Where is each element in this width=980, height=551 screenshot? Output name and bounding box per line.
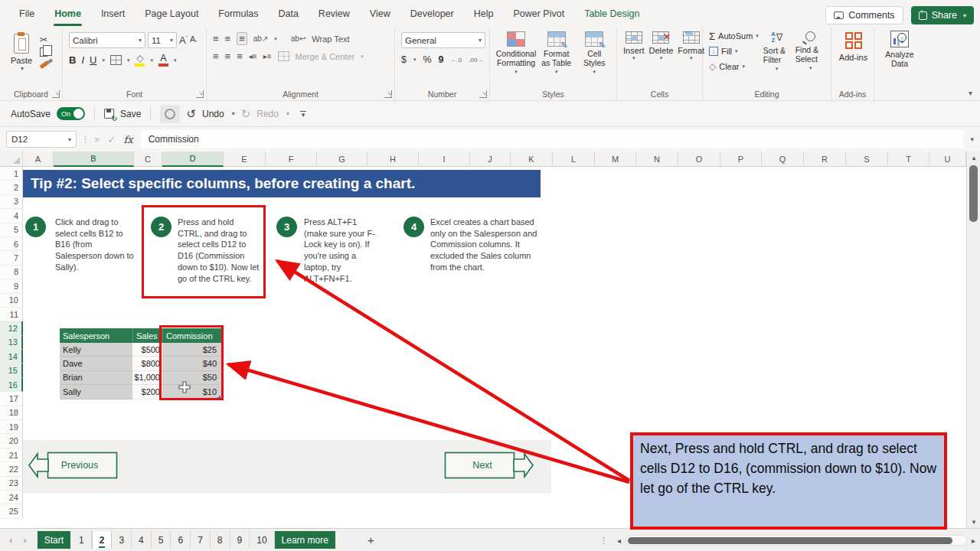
comments-button[interactable]: Comments	[825, 6, 903, 24]
copy-button[interactable]	[40, 47, 47, 57]
percent-button[interactable]: %	[423, 54, 431, 65]
middle-align-button[interactable]: ≡	[225, 33, 231, 44]
name-box[interactable]: D12▾	[6, 131, 77, 148]
row-header-6[interactable]: 6	[0, 237, 23, 251]
save-button[interactable]: Save	[120, 109, 141, 119]
sheet-tab-3[interactable]: 3	[112, 531, 132, 549]
column-header-I[interactable]: I	[419, 152, 470, 167]
row-header-24[interactable]: 24	[0, 491, 23, 504]
column-header-B[interactable]: B	[54, 152, 134, 167]
sheet-tab-5[interactable]: 5	[152, 531, 172, 549]
align-right-button[interactable]: ≡	[237, 51, 243, 62]
row-header-2[interactable]: 2	[0, 181, 23, 194]
sheet-tab-learn-more[interactable]: Learn more	[275, 531, 335, 549]
conditional-formatting-button[interactable]: Conditional Formatting▾	[496, 31, 536, 88]
vertical-scroll-thumb[interactable]	[969, 165, 978, 222]
sheet-tab-2[interactable]: 2	[92, 531, 113, 549]
sheet-tab-7[interactable]: 7	[191, 531, 211, 549]
decrease-decimal-button[interactable]: .00→	[469, 57, 483, 64]
column-header-N[interactable]: N	[636, 152, 678, 167]
scroll-right-icon[interactable]: ▸	[972, 536, 975, 545]
tab-home[interactable]: Home	[44, 0, 91, 28]
insert-cells-button[interactable]: ← Insert▾	[623, 31, 645, 88]
sheet-tab-1[interactable]: 1	[72, 531, 92, 549]
new-sheet-button[interactable]: +	[357, 529, 385, 551]
row-header-19[interactable]: 19	[0, 420, 23, 434]
sheet-tab-4[interactable]: 4	[132, 531, 152, 549]
cancel-icon[interactable]: ×	[94, 134, 100, 145]
undo-button[interactable]: Undo	[202, 109, 224, 119]
header-salesperson[interactable]: Salesperson	[60, 328, 132, 343]
number-format-select[interactable]: General▾	[401, 32, 485, 48]
addins-button[interactable]: Add-ins	[839, 53, 867, 62]
column-header-P[interactable]: P	[720, 152, 762, 167]
row-header-17[interactable]: 17	[0, 392, 23, 406]
sheet-tab-9[interactable]: 9	[230, 531, 250, 549]
customize-toolbar-button[interactable]: ▾	[300, 111, 306, 117]
align-center-button[interactable]: ≡	[225, 51, 231, 62]
redo-icon[interactable]: ↻	[241, 107, 251, 121]
clipboard-dialog-launcher[interactable]: ↘	[52, 90, 60, 98]
sort-filter-button[interactable]: AZ ∇ Sort & Filter▾	[763, 30, 791, 88]
comma-style-button[interactable]: 9	[439, 54, 444, 65]
sheet-tab-8[interactable]: 8	[211, 531, 230, 549]
clear-button[interactable]: ◇ Clear▾	[709, 60, 759, 73]
row-header-8[interactable]: 8	[0, 266, 23, 279]
tab-formulas[interactable]: Formulas	[208, 0, 268, 28]
redo-button[interactable]: Redo	[256, 109, 279, 119]
increase-decimal-button[interactable]: ←.0	[451, 57, 462, 64]
column-header-R[interactable]: R	[804, 152, 846, 167]
tab-insert[interactable]: Insert	[91, 0, 135, 28]
font-name-select[interactable]: Calibri▾	[69, 32, 145, 48]
row-header-1[interactable]: 1	[0, 167, 23, 181]
tab-page-layout[interactable]: Page Layout	[135, 0, 208, 28]
font-color-button[interactable]: A	[158, 54, 168, 67]
addins-icon[interactable]	[845, 32, 862, 49]
bold-button[interactable]: B	[69, 54, 76, 66]
row-header-25[interactable]: 25	[0, 504, 23, 518]
tab-developer[interactable]: Developer	[400, 0, 464, 28]
autosum-button[interactable]: Σ AutoSum▾	[709, 30, 759, 42]
column-header-S[interactable]: S	[846, 152, 888, 167]
tabbar-splitter[interactable]: ⋮	[599, 539, 608, 542]
scroll-up-icon[interactable]: ▴	[967, 154, 980, 161]
autosave-toggle[interactable]: On	[57, 107, 85, 120]
tab-view[interactable]: View	[360, 0, 400, 28]
italic-button[interactable]: I	[81, 54, 84, 66]
column-header-E[interactable]: E	[224, 152, 266, 167]
underline-button[interactable]: U	[90, 54, 96, 66]
tab-power-pivot[interactable]: Power Pivot	[503, 0, 574, 28]
row-header-5[interactable]: 5	[0, 223, 23, 237]
find-select-button[interactable]: Find & Select▾	[795, 30, 826, 88]
scroll-down-icon[interactable]: ▾	[967, 518, 980, 526]
increase-indent-button[interactable]: ▸≡	[263, 52, 272, 60]
analyze-data-button[interactable]: Analyze Data	[880, 50, 919, 68]
insert-function-button[interactable]: fx	[124, 134, 133, 145]
column-header-J[interactable]: J	[470, 152, 511, 167]
column-header-F[interactable]: F	[266, 152, 317, 167]
alignment-dialog-launcher[interactable]: ↘	[384, 90, 392, 98]
row-header-12[interactable]: 12	[0, 321, 23, 335]
font-dialog-launcher[interactable]: ↘	[196, 90, 204, 98]
collapse-ribbon-button[interactable]: ▾	[969, 89, 972, 97]
row-header-21[interactable]: 21	[0, 448, 23, 462]
cut-button[interactable]: ✂	[40, 34, 49, 45]
cell-styles-button[interactable]: Cell Styles▾	[577, 31, 612, 88]
wrap-text-button[interactable]: Wrap Text	[312, 34, 349, 44]
save-icon[interactable]	[104, 109, 114, 119]
name-box-splitter[interactable]: ⋮	[81, 135, 90, 145]
column-header-A[interactable]: A	[23, 152, 54, 167]
row-header-4[interactable]: 4	[0, 209, 23, 223]
number-dialog-launcher[interactable]: ↘	[479, 90, 487, 98]
format-as-table-button[interactable]: Format as Table▾	[539, 31, 574, 88]
format-cells-button[interactable]: ⌐ Format▾	[678, 31, 704, 88]
previous-button[interactable]: Previous	[28, 450, 121, 481]
undo-dropdown[interactable]: ▾	[232, 110, 235, 117]
format-painter-button[interactable]	[40, 60, 50, 69]
column-header-T[interactable]: T	[888, 152, 929, 167]
next-button[interactable]: Next	[441, 450, 534, 481]
row-header-3[interactable]: 3	[0, 195, 23, 209]
scroll-left-icon[interactable]: ◂	[617, 536, 621, 545]
column-header-K[interactable]: K	[511, 152, 553, 167]
decrease-indent-button[interactable]: ◂≡	[249, 52, 257, 60]
